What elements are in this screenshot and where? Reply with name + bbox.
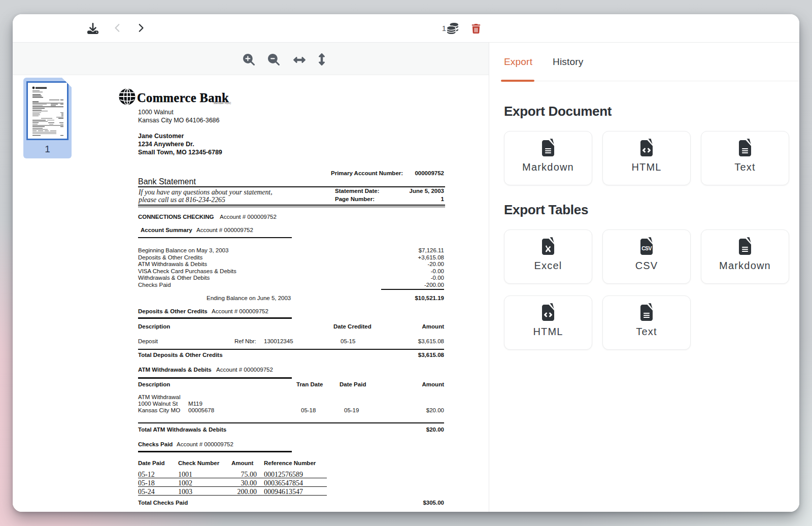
svg-text:CSV: CSV bbox=[641, 245, 652, 251]
